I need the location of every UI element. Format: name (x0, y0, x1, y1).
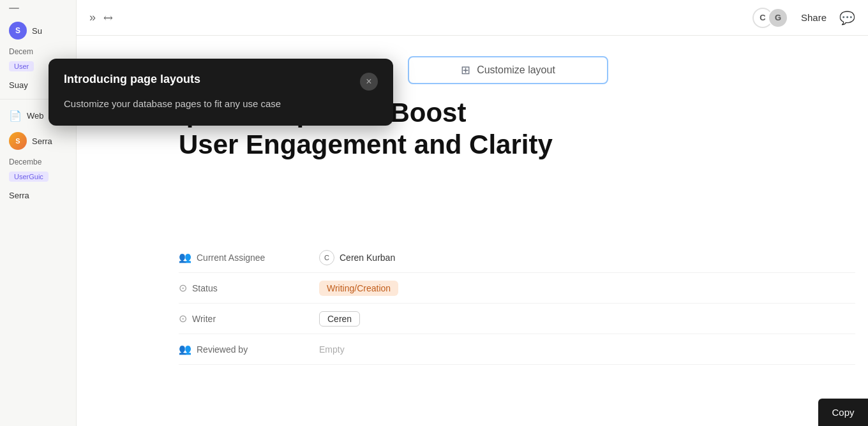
customize-layout-button[interactable]: ⊞ Customize layout (408, 56, 608, 84)
expand-icon[interactable] (89, 11, 96, 24)
toolbar: ⤢ C G Share 💬 (77, 0, 868, 36)
status-badge: Writing/Creation (319, 281, 398, 296)
status-label: ⊙ Status (179, 282, 319, 294)
customize-layout-icon: ⊞ (461, 63, 470, 77)
tooltip-body: Customize your database pages to fit any… (64, 97, 378, 112)
sidebar-user-text: Su (32, 26, 42, 36)
customize-layout-label: Customize layout (477, 64, 555, 76)
toolbar-right: C G Share 💬 (752, 8, 855, 28)
avatar-group: C G (752, 8, 788, 28)
sidebar-item-user1[interactable]: S Su (0, 17, 76, 45)
sidebar-tag2[interactable]: UserGuic (9, 172, 49, 182)
property-row-status: ⊙ Status Writing/Creation (179, 273, 855, 304)
writer-value[interactable]: Ceren (319, 311, 360, 327)
writer-label: ⊙ Writer (179, 312, 319, 325)
sidebar-item-user2[interactable]: S Serra (0, 127, 76, 155)
chat-icon[interactable]: 💬 (839, 10, 855, 26)
property-row-assignee: 👥 Current Assignee C Ceren Kurban (179, 242, 855, 273)
status-icon: ⊙ (179, 282, 187, 294)
assignee-avatar: C (319, 250, 334, 265)
reviewed-value[interactable]: Empty (319, 344, 345, 355)
properties-area: 👥 Current Assignee C Ceren Kurban ⊙ Stat… (179, 242, 855, 365)
sidebar-page-text: Web (27, 111, 44, 121)
sidebar-date1: Decem (0, 45, 76, 59)
tooltip-popup: Introducing page layouts × Customize you… (49, 59, 393, 126)
writer-icon: ⊙ (179, 312, 187, 325)
reviewed-icon: 👥 (179, 343, 191, 355)
sidebar-name2: Serra (0, 187, 76, 204)
sidebar-top-bar (0, 0, 76, 17)
assignee-label: 👥 Current Assignee (179, 251, 319, 263)
sidebar-date2: Decembe (0, 155, 76, 169)
page-icon: 📄 (9, 110, 22, 122)
reviewed-label: 👥 Reviewed by (179, 343, 319, 355)
assignee-value[interactable]: C Ceren Kurban (319, 250, 395, 265)
status-value[interactable]: Writing/Creation (319, 281, 398, 296)
assignee-icon: 👥 (179, 251, 191, 263)
sidebar-tag1[interactable]: User (9, 61, 34, 71)
avatar2: S (9, 132, 27, 150)
avatar-g: G (768, 8, 788, 28)
tooltip-header: Introducing page layouts × (64, 73, 378, 91)
tooltip-close-button[interactable]: × (360, 73, 378, 91)
sidebar-dash-icon (9, 8, 19, 9)
tooltip-title: Introducing page layouts (64, 73, 200, 86)
avatar: S (9, 22, 27, 40)
share-button[interactable]: Share (796, 10, 832, 26)
copy-button[interactable]: Copy (818, 399, 868, 426)
toolbar-left: ⤢ (89, 11, 113, 25)
property-row-writer: ⊙ Writer Ceren (179, 304, 855, 334)
reviewed-empty: Empty (319, 344, 345, 355)
sidebar-user2-text: Serra (32, 136, 52, 146)
writer-badge: Ceren (319, 311, 360, 327)
resize-icon[interactable]: ⤢ (100, 9, 116, 26)
property-row-reviewed: 👥 Reviewed by Empty (179, 334, 855, 365)
